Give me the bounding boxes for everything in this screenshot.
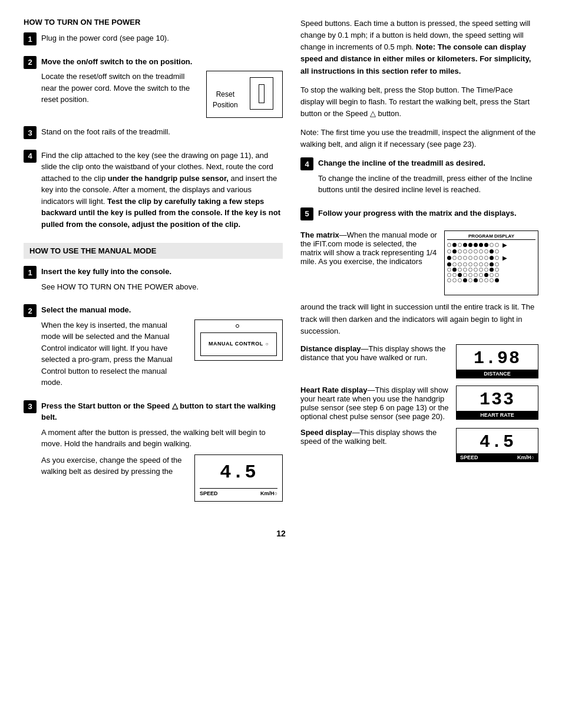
speed-num-right: 4.5 <box>457 429 538 453</box>
matrix-section: The matrix—When the manual mode or the i… <box>300 230 538 295</box>
prog-row-7 <box>447 278 535 282</box>
right-para-2: To stop the walking belt, press the Stop… <box>300 84 538 120</box>
step-1-power: 1 Plug in the power cord (see page 10). <box>24 32 283 48</box>
manual-control-label: MANUAL CONTROL <box>209 340 263 348</box>
step-4-text: Find the clip attached to the key (see t… <box>41 150 283 230</box>
manual-step-1-content: Insert the key fully into the console. S… <box>41 266 283 296</box>
right-step-5-heading: Follow your progress with the matrix and… <box>318 209 517 218</box>
hr-heading: Heart Rate display <box>300 386 367 394</box>
manual-step-2-heading: Select the manual mode. <box>41 305 131 314</box>
step-3-power: 3 Stand on the foot rails of the treadmi… <box>24 126 283 141</box>
speed-heading: Speed display <box>300 428 352 437</box>
hr-body: Heart Rate display—This display will sho… <box>300 386 449 421</box>
step-2-power: 2 Move the on/off switch to the on posit… <box>24 56 283 118</box>
manual-mode-section-title: HOW TO USE THE MANUAL MODE <box>24 243 283 259</box>
manual-step-num-3: 3 <box>24 400 37 413</box>
manual-step-3-content: Press the Start button or the Speed △ bu… <box>41 400 283 509</box>
prog-row-6 <box>447 273 535 277</box>
matrix-heading: The matrix <box>300 230 339 239</box>
step-num-2: 2 <box>24 56 37 69</box>
speed-unit-right: Km/H○ <box>517 454 534 460</box>
step-1-content: Plug in the power cord (see page 10). <box>41 32 283 48</box>
reset-position-label: ResetPosition <box>213 89 238 110</box>
step-3-text: Stand on the foot rails of the treadmill… <box>41 126 283 138</box>
step-2-content: Move the on/off switch to the on positio… <box>41 56 283 118</box>
manual-step-2: 2 Select the manual mode. When the key i… <box>24 304 283 392</box>
speed-label-left: SPEED <box>200 490 218 498</box>
distance-display-diagram: 1.98 DISTANCE <box>456 344 538 378</box>
manual-step-num-2: 2 <box>24 304 37 317</box>
manual-control-diagram: MANUAL CONTROL ○ <box>194 319 283 361</box>
prog-row-4 <box>447 262 535 266</box>
prog-row-2 <box>447 249 535 253</box>
speed-num-left: 4.5 <box>200 459 277 487</box>
manual-control-dot: ○ <box>266 341 269 348</box>
program-display-diagram: PROGRAM DISPLAY ▶ ▶ <box>444 230 538 295</box>
matrix-body-2: around the track will light in successio… <box>300 301 538 337</box>
step-num-3: 3 <box>24 126 37 139</box>
left-column: HOW TO TURN ON THE POWER 1 Plug in the p… <box>24 18 283 517</box>
step-2-body: Locate the reset/off switch on the tread… <box>41 71 199 106</box>
speed-display-diagram-right: 4.5 SPEED Km/H○ <box>456 428 538 462</box>
prog-row-1: ▶ <box>447 242 535 248</box>
manual-step-1: 1 Insert the key fully into the console.… <box>24 266 283 296</box>
reset-position-diagram: ResetPosition <box>206 71 283 118</box>
step-4-power: 4 Find the clip attached to the key (see… <box>24 150 283 234</box>
speed-body: Speed display—This display shows the spe… <box>300 428 449 446</box>
section-title-power: HOW TO TURN ON THE POWER <box>24 18 283 27</box>
right-column: Speed buttons. Each time a button is pre… <box>300 18 538 517</box>
step-3-content: Stand on the foot rails of the treadmill… <box>41 126 283 141</box>
prog-display-title: PROGRAM DISPLAY <box>447 233 535 240</box>
manual-step-3-body1: A moment after the button is pressed, th… <box>41 427 283 450</box>
manual-step-3-heading: Press the Start button or the Speed △ bu… <box>41 401 276 422</box>
step-1-text: Plug in the power cord (see page 10). <box>41 32 283 44</box>
step-num-4: 4 <box>24 150 37 163</box>
matrix-body: The matrix—When the manual mode or the i… <box>300 230 437 266</box>
right-para-1: Speed buttons. Each time a button is pre… <box>300 18 538 77</box>
manual-step-3: 3 Press the Start button or the Speed △ … <box>24 400 283 509</box>
reset-switch-graphic <box>250 77 273 110</box>
prog-row-3: ▶ <box>447 255 535 261</box>
right-para-3: Note: The first time you use the treadmi… <box>300 127 538 150</box>
prog-row-5 <box>447 268 535 272</box>
right-step-5: 5 Follow your progress with the matrix a… <box>300 207 538 223</box>
right-step-4-body: To change the incline of the treadmill, … <box>318 173 538 196</box>
hr-num: 133 <box>457 386 538 411</box>
distance-num: 1.98 <box>457 345 538 370</box>
right-step-num-5: 5 <box>300 207 313 220</box>
speed-label-right: SPEED <box>460 454 478 460</box>
manual-step-3-body2: As you exercise, change the speed of the… <box>41 454 187 477</box>
manual-step-num-1: 1 <box>24 266 37 279</box>
speed-display-left: 4.5 SPEED Km/H○ <box>194 454 283 502</box>
manual-step-1-body: See HOW TO TURN ON THE POWER above. <box>41 281 283 293</box>
manual-dot-icon <box>236 324 239 328</box>
hr-label: HEART RATE <box>457 411 538 419</box>
right-step-num-4: 4 <box>300 157 313 170</box>
distance-label: DISTANCE <box>457 370 538 378</box>
right-step-4: 4 Change the incline of the treadmill as… <box>300 157 538 199</box>
step-num-1: 1 <box>24 32 37 45</box>
step-2-heading: Move the on/off switch to the on positio… <box>41 57 192 66</box>
distance-display-section: Distance display—This display shows the … <box>300 344 538 378</box>
hr-display-section: Heart Rate display—This display will sho… <box>300 386 538 421</box>
manual-step-2-body: When the key is inserted, the manual mod… <box>41 319 187 388</box>
right-step-4-content: Change the incline of the treadmill as d… <box>318 157 538 199</box>
right-step-4-heading: Change the incline of the treadmill as d… <box>318 159 485 167</box>
right-step-5-content: Follow your progress with the matrix and… <box>318 207 538 223</box>
hr-display-diagram: 133 HEART RATE <box>456 386 538 420</box>
page-number: 12 <box>24 529 538 538</box>
manual-step-2-content: Select the manual mode. When the key is … <box>41 304 283 392</box>
distance-heading: Distance display <box>300 344 361 353</box>
step-4-content: Find the clip attached to the key (see t… <box>41 150 283 234</box>
speed-display-section: Speed display—This display shows the spe… <box>300 428 538 462</box>
distance-body: Distance display—This display shows the … <box>300 344 449 362</box>
manual-step-1-heading: Insert the key fully into the console. <box>41 267 171 276</box>
manual-control-inner-box: MANUAL CONTROL ○ <box>200 332 277 356</box>
speed-unit-left: Km/H○ <box>260 490 277 498</box>
